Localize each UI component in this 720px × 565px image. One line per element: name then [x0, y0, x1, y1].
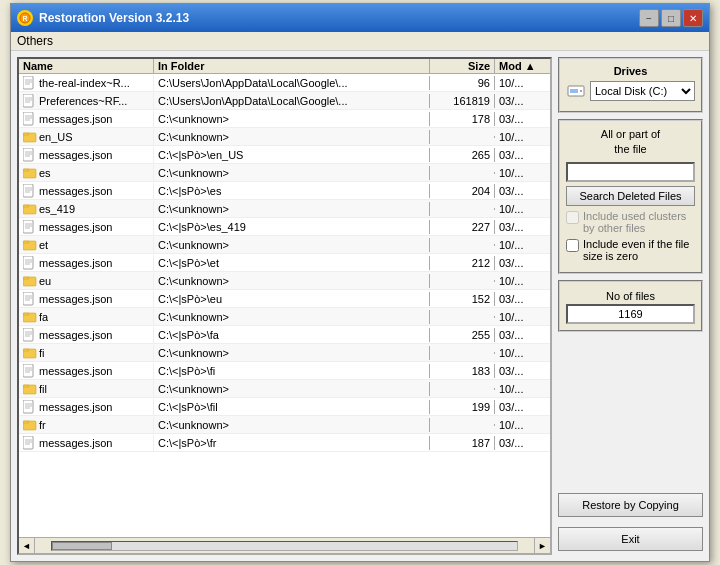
svg-rect-58	[23, 400, 33, 413]
file-icon	[23, 292, 37, 306]
file-folder-cell: C:\<unknown>	[154, 166, 430, 180]
file-size-cell: 161819	[430, 94, 495, 108]
file-name-cell: messages.json	[19, 255, 154, 271]
folder-icon	[23, 202, 37, 216]
svg-rect-27	[23, 205, 29, 207]
scroll-left-btn[interactable]: ◄	[19, 538, 35, 553]
scroll-right-btn[interactable]: ►	[534, 538, 550, 553]
file-mod-cell: 10/...	[495, 418, 550, 432]
file-name-cell: fi	[19, 345, 154, 361]
table-row[interactable]: messages.jsonC:\<|sPò>\fil19903/...	[19, 398, 550, 416]
file-mod-cell: 03/...	[495, 292, 550, 306]
table-row[interactable]: messages.jsonC:\<|sPò>\fi18303/...	[19, 362, 550, 380]
table-row[interactable]: messages.jsonC:\<|sPò>\fr18703/...	[19, 434, 550, 452]
no-files-label: No of files	[566, 290, 695, 302]
file-name-cell: messages.json	[19, 435, 154, 451]
svg-rect-28	[23, 220, 33, 233]
horizontal-scrollbar[interactable]: ◄ ►	[19, 537, 550, 553]
file-folder-cell: C:\<unknown>	[154, 310, 430, 324]
table-row[interactable]: en_USC:\<unknown>10/...	[19, 128, 550, 146]
table-row[interactable]: the-real-index~R...C:\Users\Jon\AppData\…	[19, 74, 550, 92]
search-deleted-files-button[interactable]: Search Deleted Files	[566, 186, 695, 206]
file-icon	[23, 94, 37, 108]
include-zero-size-row: Include even if the file size is zero	[566, 238, 695, 262]
table-row[interactable]: filC:\<unknown>10/...	[19, 380, 550, 398]
file-icon	[23, 184, 37, 198]
file-folder-cell: C:\<unknown>	[154, 346, 430, 360]
svg-rect-51	[23, 349, 29, 351]
file-size-cell: 199	[430, 400, 495, 414]
file-name: messages.json	[39, 365, 112, 377]
file-mod-cell: 03/...	[495, 256, 550, 270]
file-name-cell: fr	[19, 417, 154, 433]
table-row[interactable]: etC:\<unknown>10/...	[19, 236, 550, 254]
table-row[interactable]: messages.jsonC:\<|sPò>\es20403/...	[19, 182, 550, 200]
svg-rect-57	[23, 385, 29, 387]
file-size-cell: 265	[430, 148, 495, 162]
exit-button[interactable]: Exit	[558, 527, 703, 551]
file-name-cell: fil	[19, 381, 154, 397]
file-name: messages.json	[39, 113, 112, 125]
file-name: messages.json	[39, 149, 112, 161]
file-folder-cell: C:\<unknown>	[154, 238, 430, 252]
file-folder-cell: C:\Users\Jon\AppData\Local\Google\...	[154, 76, 430, 90]
file-icon	[23, 364, 37, 378]
table-row[interactable]: messages.jsonC:\<|sPò>\es_41922703/...	[19, 218, 550, 236]
drive-selector[interactable]: Local Disk (C:)	[590, 81, 695, 101]
include-used-label: Include used clusters by other files	[583, 210, 695, 234]
include-used-checkbox	[566, 211, 579, 224]
file-size-cell	[430, 172, 495, 174]
file-name-cell: fa	[19, 309, 154, 325]
file-icon	[23, 112, 37, 126]
include-used-clusters-row: Include used clusters by other files	[566, 210, 695, 234]
table-row[interactable]: fiC:\<unknown>10/...	[19, 344, 550, 362]
file-size-cell: 227	[430, 220, 495, 234]
close-button[interactable]: ✕	[683, 9, 703, 27]
restore-by-copying-button[interactable]: Restore by Copying	[558, 493, 703, 517]
title-bar-left: R Restoration Version 3.2.13	[17, 10, 189, 26]
table-row[interactable]: faC:\<unknown>10/...	[19, 308, 550, 326]
file-name: messages.json	[39, 293, 112, 305]
menu-others[interactable]: Others	[17, 34, 53, 48]
file-name-cell: eu	[19, 273, 154, 289]
file-folder-cell: C:\<unknown>	[154, 130, 430, 144]
file-name: Preferences~RF...	[39, 95, 127, 107]
title-bar: R Restoration Version 3.2.13 − □ ✕	[11, 4, 709, 32]
file-name-cell: et	[19, 237, 154, 253]
file-mod-cell: 10/...	[495, 382, 550, 396]
table-row[interactable]: Preferences~RF...C:\Users\Jon\AppData\Lo…	[19, 92, 550, 110]
table-row[interactable]: esC:\<unknown>10/...	[19, 164, 550, 182]
table-row[interactable]: messages.jsonC:\<|sPò>\et21203/...	[19, 254, 550, 272]
file-name-cell: messages.json	[19, 399, 154, 415]
scrollbar-thumb[interactable]	[52, 542, 112, 550]
file-table-body[interactable]: the-real-index~R...C:\Users\Jon\AppData\…	[19, 74, 550, 537]
svg-rect-22	[23, 184, 33, 197]
table-row[interactable]: messages.jsonC:\<|sPò>\en_US26503/...	[19, 146, 550, 164]
svg-rect-69	[570, 89, 578, 93]
minimize-button[interactable]: −	[639, 9, 659, 27]
svg-rect-52	[23, 364, 33, 377]
file-icon	[23, 148, 37, 162]
svg-rect-16	[23, 148, 33, 161]
file-mod-cell: 03/...	[495, 436, 550, 450]
main-window: R Restoration Version 3.2.13 − □ ✕ Other…	[10, 3, 710, 562]
svg-rect-45	[23, 313, 29, 315]
include-zero-checkbox[interactable]	[566, 239, 579, 252]
table-row[interactable]: es_419C:\<unknown>10/...	[19, 200, 550, 218]
svg-text:R: R	[22, 15, 27, 22]
folder-icon	[23, 238, 37, 252]
svg-rect-46	[23, 328, 33, 341]
table-row[interactable]: messages.jsonC:\<|sPò>\eu15203/...	[19, 290, 550, 308]
file-mod-cell: 10/...	[495, 238, 550, 252]
file-mod-cell: 10/...	[495, 274, 550, 288]
table-row[interactable]: messages.jsonC:\<|sPò>\fa25503/...	[19, 326, 550, 344]
table-row[interactable]: euC:\<unknown>10/...	[19, 272, 550, 290]
maximize-button[interactable]: □	[661, 9, 681, 27]
file-folder-cell: C:\<unknown>	[154, 112, 430, 126]
file-name-cell: messages.json	[19, 147, 154, 163]
file-filter-input[interactable]	[566, 162, 695, 182]
table-row[interactable]: frC:\<unknown>10/...	[19, 416, 550, 434]
table-row[interactable]: messages.jsonC:\<unknown>17803/...	[19, 110, 550, 128]
filter-section: All or part of the file Search Deleted F…	[558, 119, 703, 274]
folder-icon	[23, 310, 37, 324]
